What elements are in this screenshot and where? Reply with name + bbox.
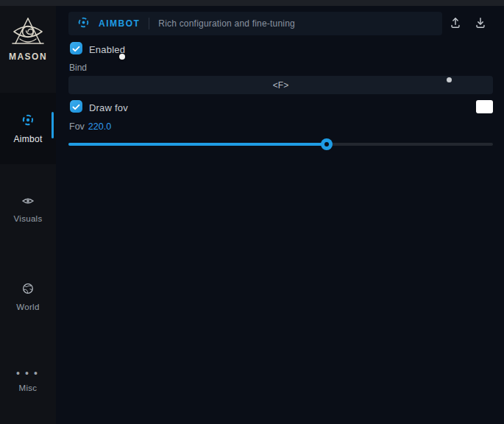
- app-window: MASON Aimbot Visuals: [0, 0, 504, 424]
- download-icon: [474, 15, 487, 32]
- download-config-button[interactable]: [472, 15, 489, 32]
- active-indicator: [52, 112, 54, 138]
- draw-fov-label: Draw fov: [89, 102, 128, 113]
- fov-slider-fill: [68, 143, 327, 146]
- cursor-dot: [119, 54, 125, 60]
- globe-icon: [22, 283, 34, 297]
- dot-indicator: [447, 77, 452, 82]
- sidebar-item-world[interactable]: World: [0, 283, 56, 311]
- ellipsis-icon: • • •: [16, 370, 40, 378]
- check-icon: [72, 100, 80, 113]
- header-divider: [149, 18, 149, 29]
- page-title: AIMBOT: [99, 18, 140, 29]
- sidebar-item-label: Visuals: [14, 214, 43, 223]
- fov-slider-handle[interactable]: [321, 138, 333, 150]
- window-top-strip: [0, 0, 504, 6]
- fov-value-row: Fov220.0: [69, 121, 111, 132]
- upload-config-button[interactable]: [447, 15, 464, 32]
- logo: MASON: [0, 16, 56, 62]
- fov-slider[interactable]: [68, 138, 493, 150]
- draw-fov-checkbox[interactable]: [70, 100, 82, 113]
- enabled-checkbox[interactable]: [70, 42, 82, 54]
- upload-icon: [449, 15, 462, 32]
- eye-icon: [21, 196, 35, 209]
- section-header: AIMBOT Rich configuration and fine-tunin…: [68, 12, 442, 35]
- sidebar-item-aimbot[interactable]: Aimbot: [0, 93, 56, 164]
- crosshair-icon: [21, 113, 35, 130]
- sidebar-item-label: Aimbot: [13, 134, 42, 144]
- sidebar-item-visuals[interactable]: Visuals: [0, 196, 56, 223]
- sidebar-item-misc[interactable]: • • • Misc: [0, 370, 56, 392]
- logo-text: MASON: [9, 52, 47, 62]
- sidebar-item-label: Misc: [19, 384, 38, 392]
- fov-color-swatch[interactable]: [476, 100, 493, 113]
- pyramid-eye-logo-icon: [10, 16, 46, 49]
- main-content: AIMBOT Rich configuration and fine-tunin…: [56, 6, 504, 424]
- fov-value: 220.0: [88, 121, 111, 132]
- sidebar: MASON Aimbot Visuals: [0, 6, 56, 424]
- bind-value: <F>: [273, 80, 288, 91]
- check-icon: [72, 42, 80, 55]
- page-subtitle: Rich configuration and fine-tuning: [158, 18, 295, 29]
- fov-label: Fov: [69, 121, 85, 132]
- bind-label: Bind: [69, 63, 87, 73]
- bind-keybind-field[interactable]: <F>: [68, 76, 493, 94]
- sidebar-item-label: World: [16, 303, 39, 311]
- crosshair-icon: [77, 16, 90, 32]
